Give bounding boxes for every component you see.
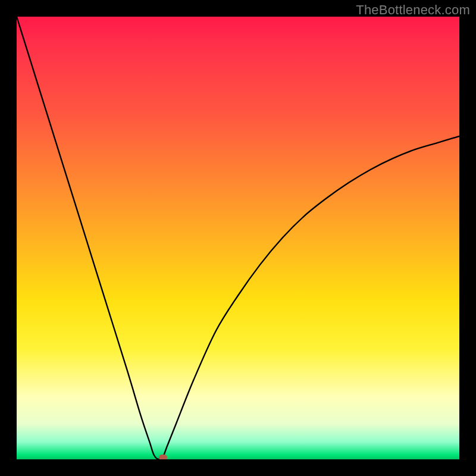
watermark-label: TheBottleneck.com bbox=[356, 2, 470, 18]
plot-area bbox=[17, 17, 459, 459]
bottleneck-curve bbox=[17, 17, 459, 459]
chart-frame: TheBottleneck.com bbox=[0, 0, 476, 476]
optimal-point-marker bbox=[159, 455, 167, 459]
